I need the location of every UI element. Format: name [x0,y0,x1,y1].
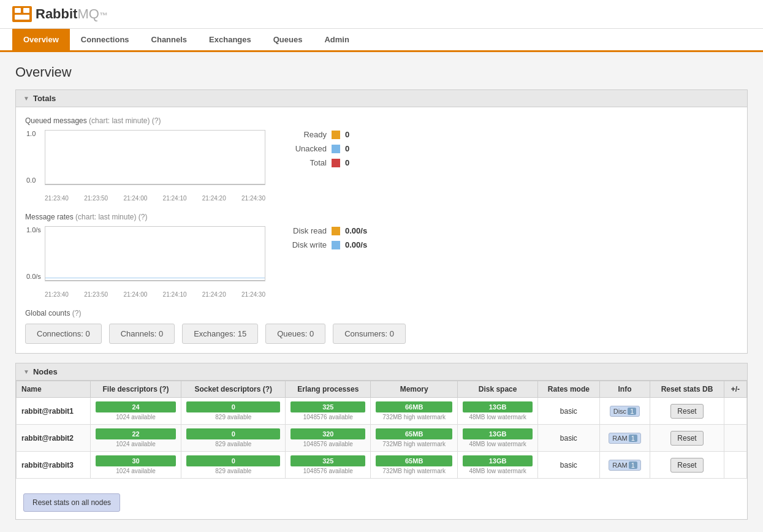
legend-disk-write-color [332,241,340,249]
svg-rect-2 [23,8,29,13]
nav-link-overview[interactable]: Overview [12,29,70,50]
node-name-3: rabbit@rabbit3 [17,452,91,479]
nav-link-admin[interactable]: Admin [313,29,360,50]
reset-btn-1[interactable]: Reset [670,404,703,419]
nodes-arrow-icon: ▼ [23,368,29,375]
file-desc-bar-1: 24 [96,401,176,412]
legend-disk-write: Disk write 0.00/s [284,240,376,249]
info-badge-num-2: 1 [629,435,637,442]
file-desc-avail-2: 1024 available [116,441,156,447]
disk-bar-3: 13GB [463,455,533,466]
reset-btn-3[interactable]: Reset [670,458,703,473]
legend-total-color [332,159,340,167]
nav-item-overview[interactable]: Overview [12,29,70,50]
node-erlang-3: 325 1048576 available [286,452,371,479]
reset-all-btn[interactable]: Reset stats on all nodes [23,493,120,512]
global-counts-hint: (?) [72,309,82,317]
file-desc-bar-3: 30 [96,455,176,466]
message-rates-x-labels: 21:23:40 21:23:50 21:24:00 21:24:10 21:2… [45,291,265,298]
table-row: rabbit@rabbit1 24 1024 available 0 829 a… [17,398,747,425]
erlang-bar-3: 325 [290,455,365,466]
consumers-count-btn[interactable]: Consumers: 0 [333,324,406,344]
nav-link-connections[interactable]: Connections [70,29,140,50]
reset-btn-2[interactable]: Reset [670,431,703,446]
node-file-desc-2: 22 1024 available [90,425,181,452]
global-counts-label: Global counts (?) [25,309,738,317]
totals-section-header[interactable]: ▼ Totals [15,89,748,107]
connections-count-btn[interactable]: Connections: 0 [25,324,102,344]
node-info-2: RAM 1 [599,425,650,452]
logo-text: RabbitMQ™ [36,6,108,22]
nav-item-admin[interactable]: Admin [313,29,360,50]
main-content: Overview ▼ Totals Queued messages (chart… [0,52,763,532]
queued-messages-chart-container: 1.0 0.0 21:23:40 21:23:50 21:24:00 21:24… [25,130,738,202]
nav-item-connections[interactable]: Connections [70,29,140,50]
node-name-1: rabbit@rabbit1 [17,398,91,425]
col-rates-mode: Rates mode [537,381,599,398]
col-info: Info [599,381,650,398]
erlang-avail-2: 1048576 available [303,441,353,447]
message-rates-hint: (chart: last minute) (?) [75,213,147,221]
node-disk-1: 13GB 48MB low watermark [458,398,538,425]
exchanges-count-btn[interactable]: Exchanges: 15 [182,324,258,344]
message-rates-y-max: 1.0/s [26,226,41,234]
nodes-section-header[interactable]: ▼ Nodes [15,363,748,381]
queues-count-btn[interactable]: Queues: 0 [265,324,325,344]
queued-messages-legend: Ready 0 Unacked 0 Total 0 [284,130,376,167]
legend-unacked-color [332,145,340,153]
node-pm-2 [724,425,746,452]
socket-desc-avail-2: 829 available [215,441,251,447]
table-row: rabbit@rabbit2 22 1024 available 0 829 a… [17,425,747,452]
global-counts-section: Global counts (?) Connections: 0 Channel… [25,309,738,344]
socket-desc-avail-3: 829 available [215,468,251,474]
info-badge-label-1: Disc [613,408,626,415]
disk-wm-1: 48MB low watermark [469,414,526,420]
node-reset-1: Reset [650,398,724,425]
message-rates-chart-box: 1.0/s 0.0/s 21:23:40 21:23:50 21:24:00 2… [45,226,265,298]
memory-bar-3: 65MB [376,455,452,466]
global-counts-container: Connections: 0 Channels: 0 Exchanges: 15… [25,324,738,344]
page-title: Overview [15,64,748,80]
node-disk-2: 13GB 48MB low watermark [458,425,538,452]
disk-wm-3: 48MB low watermark [469,468,526,474]
reset-all-container: Reset stats on all nodes [16,479,747,519]
memory-wm-3: 732MB high watermark [382,468,446,474]
nav-link-channels[interactable]: Channels [140,29,199,50]
socket-desc-bar-1: 0 [186,401,280,412]
memory-bar-1: 66MB [376,401,452,412]
legend-total: Total 0 [284,158,376,167]
queued-messages-title: Queued messages [25,116,87,125]
nodes-table: Name File descriptors (?) Socket descrip… [16,381,747,479]
erlang-bar-2: 320 [290,428,365,439]
nav-link-queues[interactable]: Queues [262,29,314,50]
nav-link-exchanges[interactable]: Exchanges [198,29,262,50]
col-memory: Memory [371,381,458,398]
nodes-section-body: Name File descriptors (?) Socket descrip… [15,381,748,520]
col-plus-minus: +/- [724,381,746,398]
nav: Overview Connections Channels Exchanges … [0,29,763,52]
node-name-2: rabbit@rabbit2 [17,425,91,452]
queued-messages-y-min: 0.0 [26,177,247,184]
col-erlang: Erlang processes [286,381,371,398]
info-badge-num-3: 1 [629,462,637,469]
message-rates-legend: Disk read 0.00/s Disk write 0.00/s [284,226,376,249]
node-pm-3 [724,452,746,479]
queued-messages-y-max: 1.0 [26,130,36,137]
erlang-avail-1: 1048576 available [303,414,353,420]
channels-count-btn[interactable]: Channels: 0 [109,324,175,344]
node-memory-3: 65MB 732MB high watermark [371,452,458,479]
col-reset-stats: Reset stats DB [650,381,724,398]
queued-messages-chart-box: 1.0 0.0 21:23:40 21:23:50 21:24:00 21:24… [45,130,265,202]
nav-item-channels[interactable]: Channels [140,29,199,50]
info-badge-3: RAM 1 [609,460,641,471]
nav-item-queues[interactable]: Queues [262,29,314,50]
queued-messages-label: Queued messages (chart: last minute) (?) [25,116,738,125]
node-rates-mode-1: basic [537,398,599,425]
message-rates-section: Message rates (chart: last minute) (?) 1… [25,213,738,298]
node-disk-3: 13GB 48MB low watermark [458,452,538,479]
message-rates-chart-container: 1.0/s 0.0/s 21:23:40 21:23:50 21:24:00 2… [25,226,738,298]
disk-bar-2: 13GB [463,428,533,439]
file-desc-avail-1: 1024 available [116,414,156,420]
node-rates-mode-3: basic [537,452,599,479]
nav-item-exchanges[interactable]: Exchanges [198,29,262,50]
